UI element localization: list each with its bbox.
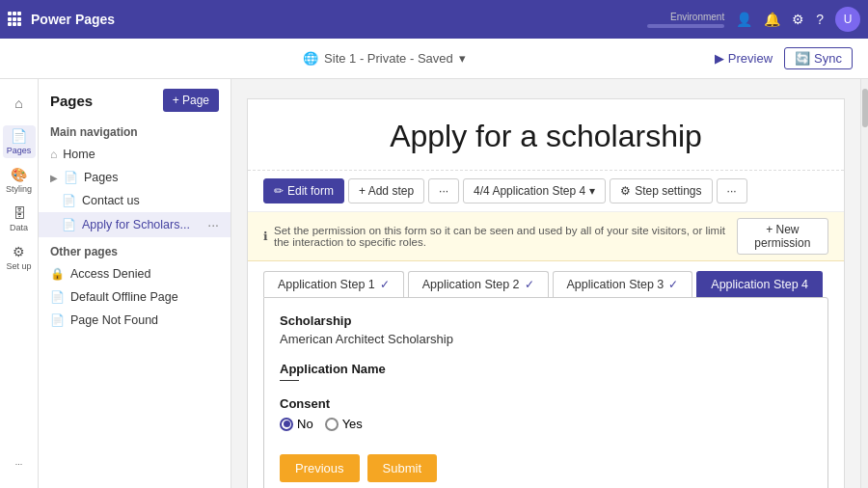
settings-kebab-button[interactable]: ···: [717, 178, 747, 203]
nav-panel-title: Pages: [50, 93, 93, 109]
app-logo: [8, 12, 23, 27]
steps-tabs: Application Step 1 ✓ Application Step 2 …: [248, 261, 844, 297]
step-tab-1[interactable]: Application Step 1 ✓: [263, 271, 404, 297]
step-tab-2[interactable]: Application Step 2 ✓: [408, 271, 549, 297]
data-label: Data: [10, 223, 28, 232]
step-3-label: Application Step 3: [567, 278, 665, 291]
nav-item-not-found[interactable]: 📄 Page Not Found: [39, 309, 231, 332]
step-kebab-button[interactable]: ···: [428, 178, 459, 203]
sidebar-item-setup[interactable]: ⚙ Set up: [3, 241, 36, 274]
home-icon: ⌂: [14, 95, 22, 111]
topbar-right: Environment 👤 🔔 ⚙ ? U: [647, 7, 860, 32]
edit-form-label: Edit form: [287, 184, 334, 198]
radio-no[interactable]: [280, 418, 293, 431]
add-step-button[interactable]: + Add step: [348, 178, 424, 203]
main-layout: ⌂ 📄 Pages 🎨 Styling 🗄 Data ⚙ Set up ··· …: [0, 79, 868, 488]
nav-item-pages[interactable]: ▶ 📄 Pages: [39, 166, 231, 189]
step-tab-3[interactable]: Application Step 3 ✓: [553, 271, 693, 297]
sidebar-more-button[interactable]: ···: [3, 447, 36, 480]
page-canvas: Apply for a scholarship ✏ Edit form + Ad…: [247, 98, 845, 488]
form-content: Scholarship American Architect Scholarsh…: [263, 297, 828, 488]
nav-item-access-denied-label: Access Denied: [70, 267, 150, 281]
nav-item-apply-label: Apply for Scholars...: [82, 218, 190, 231]
consent-yes-label: Yes: [342, 417, 363, 431]
other-pages-label: Other pages: [39, 237, 231, 262]
site-info: 🌐 Site 1 - Private - Saved ▾: [303, 51, 466, 66]
previous-button[interactable]: Previous: [280, 454, 360, 482]
nav-item-access-denied[interactable]: 🔒 Access Denied: [39, 262, 231, 285]
nav-item-not-found-label: Page Not Found: [70, 313, 158, 327]
pages-label: Pages: [7, 146, 32, 155]
styling-icon: 🎨: [11, 167, 27, 182]
sidebar-item-styling[interactable]: 🎨 Styling: [3, 164, 36, 197]
form-toolbar: ✏ Edit form + Add step ··· 4/4 Applicati…: [248, 171, 844, 212]
help-icon[interactable]: ?: [816, 12, 824, 27]
environment-label: Environment: [670, 12, 724, 22]
nav-item-contact[interactable]: 📄 Contact us: [39, 189, 231, 212]
sidebar-item-data[interactable]: 🗄 Data: [3, 203, 36, 235]
consent-no-option[interactable]: No: [280, 417, 313, 431]
submit-button[interactable]: Submit: [367, 454, 437, 482]
page-icon: 📄: [50, 290, 65, 304]
scholarship-value: American Architect Scholarship: [280, 332, 812, 346]
permission-text: Set the permission on this form so it ca…: [274, 225, 737, 248]
page-icon: 📄: [62, 218, 76, 231]
nav-item-offline[interactable]: 📄 Default Offline Page: [39, 285, 231, 309]
subheader-actions: ▶ Preview 🔄 Sync: [715, 47, 853, 69]
bell-icon[interactable]: 🔔: [764, 12, 780, 27]
add-page-button[interactable]: + Page: [163, 89, 219, 112]
step-selector[interactable]: 4/4 Application Step 4 ▾: [463, 178, 606, 203]
main-nav-label: Main navigation: [39, 118, 231, 143]
styling-label: Styling: [6, 184, 32, 194]
sidebar-item-home[interactable]: ⌂: [3, 87, 36, 120]
edit-form-button[interactable]: ✏ Edit form: [263, 178, 344, 203]
preview-button[interactable]: ▶ Preview: [715, 51, 773, 66]
step-2-label: Application Step 2: [422, 278, 520, 291]
pages-icon: 📄: [11, 128, 27, 144]
consent-yes-option[interactable]: Yes: [325, 417, 363, 431]
step-settings-button[interactable]: ⚙ Step settings: [610, 178, 712, 203]
step-tab-4[interactable]: Application Step 4: [696, 271, 823, 297]
nav-panel-header: Pages + Page: [39, 79, 231, 118]
consent-no-label: No: [297, 417, 313, 431]
sync-label: Sync: [814, 51, 842, 66]
topbar: Power Pages Environment 👤 🔔 ⚙ ? U: [0, 0, 868, 39]
page-icon: 📄: [50, 313, 65, 327]
right-scrollbar[interactable]: [860, 79, 868, 488]
nav-item-apply[interactable]: 📄 Apply for Scholars... ···: [39, 212, 231, 237]
nav-item-home[interactable]: ⌂ Home: [39, 143, 231, 166]
edit-icon: ✏: [274, 184, 284, 198]
scholarship-label: Scholarship: [280, 313, 812, 328]
scrollbar-thumb[interactable]: [862, 89, 868, 127]
settings-icon[interactable]: ⚙: [792, 12, 804, 27]
person-icon[interactable]: 👤: [736, 12, 752, 27]
radio-yes[interactable]: [325, 418, 339, 431]
step-1-label: Application Step 1: [278, 278, 375, 291]
environment-bar: [647, 24, 724, 28]
sync-button[interactable]: 🔄 Sync: [784, 47, 853, 69]
sync-icon: 🔄: [795, 51, 810, 66]
app-title: Power Pages: [31, 12, 115, 27]
permission-message: ℹ Set the permission on this form so it …: [263, 225, 737, 248]
avatar[interactable]: U: [835, 7, 860, 32]
nav-item-home-label: Home: [63, 148, 95, 161]
home-icon: ⌂: [50, 148, 57, 161]
permission-bar: ℹ Set the permission on this form so it …: [248, 212, 844, 261]
environment-info: Environment: [647, 12, 724, 28]
add-step-label: + Add step: [359, 184, 414, 198]
sidebar-item-pages[interactable]: 📄 Pages: [3, 125, 36, 158]
preview-icon: ▶: [715, 51, 724, 66]
lock-icon: 🔒: [50, 267, 65, 281]
nav-item-pages-label: Pages: [84, 171, 118, 184]
gear-icon: ⚙: [620, 184, 631, 198]
nav-more-icon[interactable]: ···: [207, 217, 219, 232]
site-dropdown-icon[interactable]: ▾: [459, 51, 466, 66]
topbar-left: Power Pages: [8, 12, 115, 27]
nav-item-contact-label: Contact us: [82, 194, 140, 207]
new-permission-button[interactable]: + New permission: [737, 218, 828, 255]
sidebar-icons: ⌂ 📄 Pages 🎨 Styling 🗄 Data ⚙ Set up ···: [0, 79, 39, 488]
site-icon: 🌐: [303, 51, 318, 66]
app-name-field: Application Name: [280, 362, 812, 381]
content-area: Apply for a scholarship ✏ Edit form + Ad…: [231, 79, 860, 488]
chevron-down-icon: ▾: [589, 184, 595, 198]
